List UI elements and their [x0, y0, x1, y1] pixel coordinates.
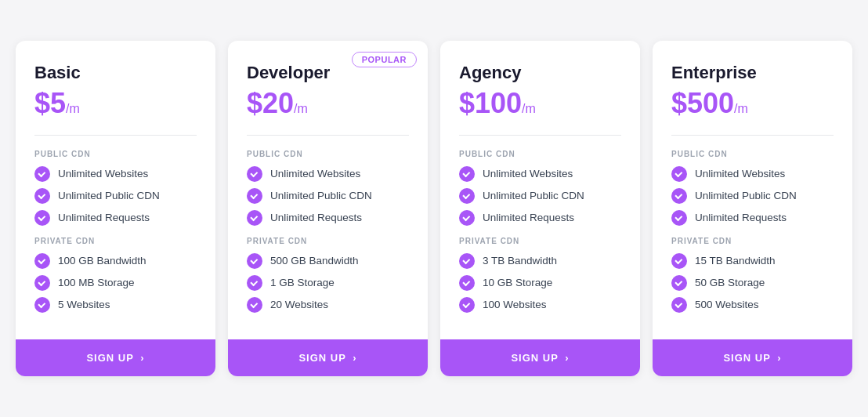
- feature-item: 500 GB Bandwidth: [247, 253, 409, 269]
- feature-text: 5 Websites: [58, 299, 110, 310]
- check-icon: [459, 166, 475, 182]
- check-icon: [459, 210, 475, 226]
- section-label-basic-1: PRIVATE CDN: [34, 237, 197, 245]
- feature-list-agency-1: 3 TB Bandwidth 10 GB Storage 100 Website…: [459, 253, 621, 313]
- plan-card-basic: Basic $5/m PUBLIC CDN Unlimited Websites…: [16, 41, 215, 376]
- check-icon: [34, 166, 50, 182]
- feature-item: Unlimited Public CDN: [34, 188, 197, 204]
- feature-text: 100 MB Storage: [58, 277, 135, 288]
- plan-card-enterprise: Enterprise $500/m PUBLIC CDN Unlimited W…: [653, 41, 852, 376]
- feature-text: 100 Websites: [483, 299, 547, 310]
- feature-text: 500 GB Bandwidth: [270, 255, 359, 267]
- feature-text: Unlimited Websites: [58, 168, 148, 179]
- signup-button-enterprise[interactable]: SIGN UP ›: [653, 339, 852, 376]
- feature-item: Unlimited Public CDN: [247, 188, 409, 204]
- signup-arrow: ›: [140, 352, 144, 364]
- feature-list-developer-1: 500 GB Bandwidth 1 GB Storage 20 Website…: [247, 253, 409, 313]
- feature-item: Unlimited Requests: [459, 210, 621, 226]
- feature-item: Unlimited Websites: [671, 166, 834, 182]
- plan-price: $500/m: [671, 88, 834, 119]
- feature-text: Unlimited Requests: [483, 212, 574, 223]
- plan-name: Enterprise: [671, 63, 834, 83]
- check-icon: [34, 275, 50, 291]
- feature-item: Unlimited Public CDN: [459, 188, 621, 204]
- feature-text: Unlimited Requests: [270, 212, 362, 223]
- feature-item: Unlimited Requests: [671, 210, 834, 226]
- plan-card-inner: Basic $5/m PUBLIC CDN Unlimited Websites…: [16, 41, 215, 339]
- plan-name: Agency: [459, 63, 621, 83]
- feature-item: 500 Websites: [671, 297, 834, 313]
- feature-text: Unlimited Public CDN: [695, 190, 797, 201]
- check-icon: [34, 297, 50, 313]
- feature-list-agency-0: Unlimited Websites Unlimited Public CDN …: [459, 166, 621, 226]
- check-icon: [671, 166, 687, 182]
- plan-card-inner: Agency $100/m PUBLIC CDN Unlimited Websi…: [440, 41, 640, 339]
- check-icon: [459, 188, 475, 204]
- feature-item: Unlimited Requests: [247, 210, 409, 226]
- feature-text: Unlimited Public CDN: [58, 190, 160, 201]
- feature-item: 100 MB Storage: [34, 275, 197, 291]
- plan-name: Basic: [34, 63, 197, 83]
- check-icon: [671, 297, 687, 313]
- section-label-developer-1: PRIVATE CDN: [247, 237, 409, 245]
- check-icon: [247, 210, 262, 226]
- feature-item: 1 GB Storage: [247, 275, 409, 291]
- feature-text: 100 GB Bandwidth: [58, 255, 146, 267]
- feature-item: Unlimited Websites: [34, 166, 197, 182]
- signup-button-developer[interactable]: SIGN UP ›: [228, 339, 428, 376]
- feature-item: Unlimited Public CDN: [671, 188, 834, 204]
- divider: [247, 135, 409, 136]
- plan-card-agency: Agency $100/m PUBLIC CDN Unlimited Websi…: [440, 41, 640, 376]
- feature-text: Unlimited Public CDN: [270, 190, 372, 201]
- section-label-enterprise-0: PUBLIC CDN: [671, 150, 834, 158]
- per-month: /m: [734, 102, 748, 115]
- feature-text: Unlimited Requests: [58, 212, 150, 223]
- signup-arrow: ›: [565, 352, 569, 364]
- feature-text: Unlimited Public CDN: [483, 190, 584, 201]
- plan-card-inner: Enterprise $500/m PUBLIC CDN Unlimited W…: [653, 41, 852, 339]
- feature-item: Unlimited Websites: [459, 166, 621, 182]
- feature-item: 5 Websites: [34, 297, 197, 313]
- per-month: /m: [522, 102, 536, 115]
- feature-text: 3 TB Bandwidth: [483, 255, 557, 267]
- check-icon: [459, 253, 475, 269]
- section-label-agency-0: PUBLIC CDN: [459, 150, 621, 158]
- check-icon: [247, 253, 262, 269]
- signup-button-basic[interactable]: SIGN UP ›: [16, 339, 215, 376]
- check-icon: [671, 253, 687, 269]
- feature-list-enterprise-1: 15 TB Bandwidth 50 GB Storage 500 Websit…: [671, 253, 834, 313]
- section-label-agency-1: PRIVATE CDN: [459, 237, 621, 245]
- check-icon: [247, 297, 262, 313]
- check-icon: [671, 275, 687, 291]
- feature-item: Unlimited Websites: [247, 166, 409, 182]
- divider: [671, 135, 834, 136]
- section-label-developer-0: PUBLIC CDN: [247, 150, 409, 158]
- feature-list-basic-1: 100 GB Bandwidth 100 MB Storage 5 Websit…: [34, 253, 197, 313]
- check-icon: [34, 188, 50, 204]
- feature-text: 15 TB Bandwidth: [695, 255, 776, 267]
- section-label-enterprise-1: PRIVATE CDN: [671, 237, 834, 245]
- feature-item: 10 GB Storage: [459, 275, 621, 291]
- feature-text: 1 GB Storage: [270, 277, 335, 288]
- check-icon: [34, 210, 50, 226]
- check-icon: [459, 275, 475, 291]
- per-month: /m: [66, 102, 80, 115]
- check-icon: [671, 188, 687, 204]
- plan-price: $5/m: [34, 88, 197, 119]
- feature-item: 20 Websites: [247, 297, 409, 313]
- signup-button-agency[interactable]: SIGN UP ›: [440, 339, 640, 376]
- feature-item: 3 TB Bandwidth: [459, 253, 621, 269]
- check-icon: [34, 253, 50, 269]
- plan-card-inner: Developer $20/m PUBLIC CDN Unlimited Web…: [228, 41, 428, 339]
- feature-text: Unlimited Requests: [695, 212, 787, 223]
- plan-card-developer: POPULAR Developer $20/m PUBLIC CDN Unlim…: [228, 41, 428, 376]
- feature-text: 500 Websites: [695, 299, 759, 310]
- check-icon: [247, 275, 262, 291]
- feature-list-developer-0: Unlimited Websites Unlimited Public CDN …: [247, 166, 409, 226]
- feature-text: 20 Websites: [270, 299, 328, 310]
- check-icon: [459, 297, 475, 313]
- check-icon: [671, 210, 687, 226]
- section-label-basic-0: PUBLIC CDN: [34, 150, 197, 158]
- plan-price: $20/m: [247, 88, 409, 119]
- per-month: /m: [294, 102, 308, 115]
